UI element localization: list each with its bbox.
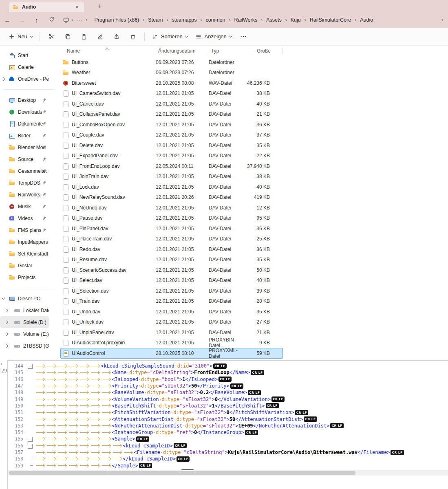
- code-content[interactable]: <VolumeVariation·d:type="sFloat32">0</Vo…: [35, 396, 285, 402]
- back-button[interactable]: ←: [0, 17, 15, 24]
- sidebar-item-start[interactable]: Start: [0, 49, 49, 61]
- chevron-right-icon[interactable]: [2, 77, 5, 80]
- rename-button[interactable]: [92, 30, 108, 43]
- sidebar-item-blender-mod[interactable]: Blender Mod: [0, 141, 49, 153]
- column-divider[interactable]: [253, 48, 253, 55]
- file-row-weather[interactable]: Weather06.09.2023 07:26Dateiordner: [60, 68, 283, 78]
- new-button[interactable]: Neu: [5, 31, 36, 42]
- sidebar-item-railworks[interactable]: RailWorks: [0, 189, 49, 200]
- breadcrumb-item-kuju[interactable]: Kuju: [288, 16, 303, 24]
- file-row-ui-delete-dav[interactable]: UI_Delete.dav12.01.2021 21:05DAV-Datei35…: [60, 140, 283, 151]
- code-content[interactable]: <kLoud-cSampleID>CR LF: [35, 443, 187, 449]
- breadcrumb-overflow[interactable]: ···: [74, 17, 85, 23]
- location-icon[interactable]: [63, 17, 69, 23]
- file-row-ui-cameraswitch-dav[interactable]: UI_CameraSwitch.dav12.01.2021 21:05DAV-D…: [60, 88, 283, 99]
- file-row-ui-select-dav[interactable]: UI_Select.dav12.01.2021 21:05DAV-Datei40…: [60, 275, 283, 286]
- paste-button[interactable]: [76, 30, 92, 43]
- file-row-ui-pinpanel-dav[interactable]: UI_PinPanel.dav12.01.2021 21:05DAV-Datei…: [60, 223, 283, 234]
- tab-audio[interactable]: Audio ×: [9, 2, 84, 12]
- file-row-ui-lock-dav[interactable]: UI_Lock.dav12.01.2021 21:05DAV-Datei40 K…: [60, 182, 283, 192]
- chevron-right-icon[interactable]: [5, 344, 8, 347]
- code-content[interactable]: <Sample>CR LF: [35, 436, 149, 442]
- code-content[interactable]: </Sample>CR LF: [35, 463, 152, 469]
- sidebar-item-galerie[interactable]: Galerie: [0, 61, 49, 73]
- breadcrumb-item-railsimulatorcore[interactable]: RailSimulatorCore: [307, 16, 353, 24]
- file-row-bittersweet[interactable]: Bittersweet28.10.2025 08:08WAV-Datei46.2…: [60, 78, 283, 88]
- column-divider[interactable]: [155, 48, 155, 55]
- column-divider[interactable]: [282, 48, 283, 55]
- file-row-ui-train-dav[interactable]: UI_Train.dav12.01.2021 21:05DAV-Datei28 …: [60, 296, 283, 307]
- file-row-ui-noundo-dav[interactable]: UI_NoUndo.dav12.01.2021 21:05DAV-Datei12…: [60, 203, 283, 213]
- code-content[interactable]: <NoFutherAttenuationDist·d:type="sFloat3…: [35, 423, 344, 429]
- code-content[interactable]: <AttenuationStartDist·d:type="sFloat32">…: [35, 416, 317, 422]
- fold-collapse-icon[interactable]: [26, 363, 35, 369]
- file-row-uiaudiocontrol[interactable]: UIAudioControl28.10.2025 08:10PROXYXML-D…: [60, 348, 283, 359]
- code-content[interactable]: <kLoud-cSingleSampleSound·d:id="3100">CR…: [35, 363, 227, 369]
- code-content[interactable]: <InstanceGroup·d:type="ref">0</InstanceG…: [35, 430, 258, 435]
- column-header-name[interactable]: Name: [67, 48, 80, 54]
- file-row-ui-couple-dav[interactable]: UI_Couple.dav12.01.2021 21:05DAV-Datei37…: [60, 130, 283, 141]
- chevron-right-icon[interactable]: ›: [439, 17, 446, 23]
- code-content[interactable]: </kLoud-cSampleID>CR LF: [35, 456, 190, 462]
- sidebar-item-bilder[interactable]: Bilder: [0, 130, 49, 141]
- view-button[interactable]: Anzeigen: [192, 31, 236, 43]
- breadcrumb-item-steam[interactable]: Steam: [146, 16, 165, 24]
- sidebar-item-lokaler-datent[interactable]: Lokaler Datent: [0, 304, 49, 316]
- file-row-ui-newrelaysound-dav[interactable]: UI_NewRelaySound.dav12.01.2021 20:26DAV-…: [60, 192, 283, 203]
- tab-close-icon[interactable]: ×: [73, 3, 81, 11]
- code-content[interactable]: <Filename·d:type="cDeltaString">Kuju\Rai…: [35, 449, 404, 455]
- horizontal-scrollbar[interactable]: [8, 470, 448, 476]
- sidebar-item-musik[interactable]: Musik: [0, 200, 49, 212]
- file-row-ui-selection-dav[interactable]: UI_Selection.dav12.01.2021 21:05DAV-Date…: [60, 286, 283, 296]
- file-row-ui-scenariosuccess-dav[interactable]: UI_ScenarioSuccess.dav12.01.2021 21:05DA…: [60, 265, 283, 275]
- file-row-ui-redo-dav[interactable]: UI_Redo.dav12.01.2021 21:05DAV-Datei36 K…: [60, 244, 283, 255]
- sidebar-item-downloads[interactable]: Downloads: [0, 106, 49, 118]
- file-row-ui-comboboxopen-dav[interactable]: UI_ComboBoxOpen.dav12.01.2021 21:05DAV-D…: [60, 119, 283, 130]
- sidebar-item-spiele-d[interactable]: Spiele (D:): [0, 316, 49, 328]
- sidebar-item-2tbssd-g[interactable]: 2TBSSD (G:): [0, 340, 49, 352]
- sidebar-item-dokumente[interactable]: Dokumente: [0, 118, 49, 130]
- cut-button[interactable]: [43, 30, 60, 43]
- fold-collapse-icon[interactable]: [26, 436, 35, 442]
- sidebar-item-inputmappers[interactable]: InputMappers: [0, 236, 49, 248]
- share-button[interactable]: [108, 30, 125, 43]
- code-content[interactable]: <Name·d:type="cDeltaString">FrontEndLoop…: [35, 370, 264, 375]
- new-tab-button[interactable]: +: [95, 2, 104, 11]
- code-content[interactable]: <Priority·d:type="sUInt32">50</Priority>…: [35, 383, 243, 389]
- delete-button[interactable]: [125, 30, 141, 43]
- file-row-ui-jointrain-dav[interactable]: UI_JoinTrain.dav12.01.2021 21:05DAV-Date…: [60, 172, 283, 182]
- file-row-ui-collapsepanel-dav[interactable]: UI_CollapsePanel.dav12.01.2021 21:05DAV-…: [60, 109, 283, 120]
- code-content[interactable]: <BaseVolume·d:type="sFloat32">0.2</BaseV…: [35, 390, 261, 395]
- breadcrumb-item-audio[interactable]: Audio: [358, 16, 375, 24]
- chevron-right-icon[interactable]: [5, 308, 8, 312]
- sidebar-item-projects[interactable]: Projects: [0, 271, 49, 283]
- refresh-button[interactable]: [44, 16, 59, 24]
- file-row-ui-cancel-dav[interactable]: UI_Cancel.dav12.01.2021 21:05DAV-Datei40…: [60, 99, 283, 109]
- fold-collapse-icon[interactable]: [26, 443, 35, 449]
- sidebar-item-gesammelte[interactable]: Gesammelte:: [0, 165, 49, 177]
- file-row-ui-pause-dav[interactable]: UI_Pause.dav12.01.2021 21:05DAV-Datei95 …: [60, 213, 283, 224]
- sidebar-item-source[interactable]: Source: [0, 153, 49, 165]
- sidebar-item-onedrive-pers[interactable]: OneDrive - Pers: [0, 73, 49, 85]
- scrollbar-thumb[interactable]: [9, 471, 355, 475]
- file-row-ui-resume-dav[interactable]: UI_Resume.dav12.01.2021 21:05DAV-Datei35…: [60, 255, 283, 265]
- file-row-ui-undo-dav[interactable]: UI_Undo.dav12.01.2021 21:05DAV-Datei35 K…: [60, 306, 283, 317]
- sidebar-item-goslar[interactable]: Goslar: [0, 260, 49, 271]
- sidebar-item-fms-plans[interactable]: FMS plans: [0, 224, 49, 236]
- code-content[interactable]: <BasePitchShift·d:type="sFloat32">1</Bas…: [35, 403, 279, 409]
- breadcrumb-item-steamapps[interactable]: steamapps: [169, 16, 199, 24]
- sidebar-item-videos[interactable]: Videos: [0, 212, 49, 224]
- forward-button[interactable]: →: [15, 17, 29, 24]
- column-header-date[interactable]: Änderungsdatum: [158, 48, 195, 54]
- chevron-down-icon[interactable]: [2, 296, 5, 300]
- chevron-right-icon[interactable]: [5, 332, 8, 335]
- file-row-ui-unlock-dav[interactable]: UI_Unlock.dav12.01.2021 21:05DAV-Datei27…: [60, 317, 283, 328]
- column-divider[interactable]: [208, 48, 208, 55]
- breadcrumb-item-assets[interactable]: Assets: [264, 16, 284, 24]
- sidebar-item-volume-e[interactable]: Volume (E:): [0, 328, 49, 340]
- file-row-ui-placetrain-dav[interactable]: UI_PlaceTrain.dav12.01.2021 21:05DAV-Dat…: [60, 234, 283, 244]
- file-row-uiaudiocontrol-proxybin[interactable]: UIAudioControl.proxybin12.01.2021 21:05P…: [60, 338, 283, 348]
- more-options-button[interactable]: ···: [236, 31, 252, 42]
- file-row-ui-unpinpanel-dav[interactable]: UI_UnpinPanel.dav12.01.2021 21:05DAV-Dat…: [60, 327, 283, 338]
- sort-button[interactable]: Sortieren: [148, 31, 192, 43]
